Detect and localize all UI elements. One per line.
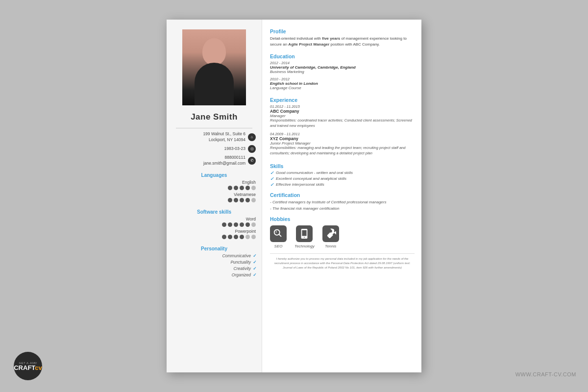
check-punctuality: ✓	[253, 260, 257, 265]
certification-title: Certification	[270, 192, 415, 198]
dot	[240, 198, 244, 202]
skill-check-3: ✓	[270, 182, 274, 187]
contact-address: 199 Walnut St., Suite 6 Lockport, NY 140…	[167, 130, 262, 144]
personality-creativity-label: Creativity	[234, 266, 251, 271]
skill-word-label: Word	[246, 217, 256, 221]
skill-text-2: Excellent conceptual and analytical skil…	[276, 176, 346, 181]
skill-word-dots	[222, 222, 256, 227]
edu-institution-1: University of Cambridge, Cambridge, Engl…	[270, 65, 415, 70]
check-communicative: ✓	[253, 253, 257, 258]
dot	[228, 222, 232, 227]
exp-block-1: 01.2012 - 11.2015 ABC Company Manager Re…	[270, 104, 415, 128]
left-column: Jane Smith 199 Walnut St., Suite 6 Lockp…	[167, 20, 262, 372]
dot	[222, 235, 226, 239]
lang-english: English	[167, 180, 262, 190]
phone-icon: ✆	[248, 157, 256, 165]
dot	[240, 235, 244, 239]
edu-institution-2: English school in London	[270, 81, 415, 86]
personality-punctuality-label: Punctuality	[230, 260, 251, 265]
contact-phone-email: 888000111 jane.smith@gmail.com ✆	[167, 154, 262, 168]
skill-check-2: ✓	[270, 176, 274, 181]
profile-photo	[182, 29, 246, 105]
dot	[245, 222, 250, 227]
personality-creativity: Creativity ✓	[167, 266, 262, 271]
dot-empty	[245, 235, 250, 239]
dot	[234, 198, 238, 202]
cv-document: Jane Smith 199 Walnut St., Suite 6 Lockp…	[167, 20, 421, 372]
dot	[228, 186, 232, 190]
skill-item-1: ✓ Good communication - written and oral …	[270, 171, 415, 175]
dot	[240, 222, 244, 227]
seo-icon: $	[270, 225, 287, 242]
skill-word: Word	[167, 217, 262, 227]
brand-craft-text: CRAFTcv	[14, 365, 42, 371]
skill-powerpoint-dots	[222, 235, 256, 239]
hobby-seo-label: SEO	[274, 244, 283, 248]
footer-text: I hereby authorize you to process my per…	[270, 253, 415, 270]
edu-block-2: 2010 - 2012 English school in London Lan…	[270, 77, 415, 90]
home-icon: ⌂	[248, 133, 256, 141]
contact-dob: 1983-03-23 ◎	[167, 144, 262, 154]
svg-text:$: $	[275, 231, 277, 234]
lang-english-dots	[228, 186, 256, 190]
skill-powerpoint-label: Powerpoint	[235, 229, 256, 234]
brand-url: WWW.CRAFT-CV.COM	[515, 371, 576, 377]
cert-item-2: - The financial risk manager certificati…	[270, 206, 415, 211]
dot	[234, 186, 238, 190]
edu-course-1: Business Marketing	[270, 70, 415, 74]
exp-company-2: XYZ Company	[270, 136, 415, 141]
lang-vietnamese: Vietnamese	[167, 192, 262, 202]
personality-title: Personality	[167, 246, 262, 251]
skill-text-3: Effective interpersonal skills	[276, 182, 324, 187]
exp-dates-1: 01.2012 - 11.2015	[270, 104, 415, 109]
dot	[228, 235, 232, 239]
cert-item-1: - Certified managers by Institute of Cer…	[270, 199, 415, 205]
dot-empty	[251, 198, 256, 202]
hobby-technology: Technology	[294, 225, 315, 248]
exp-block-2: 04.2009 - 11.2011 XYZ Company Junior Pro…	[270, 132, 415, 156]
personality-organized-label: Organized	[232, 272, 251, 277]
photo-area	[182, 29, 246, 105]
dot-empty	[251, 235, 256, 239]
hobby-tennis-label: Tennis	[325, 244, 336, 248]
edu-dates-1: 2012 - 2014	[270, 61, 415, 65]
exp-title-1: Manager	[270, 114, 415, 118]
tennis-icon	[322, 225, 339, 242]
skills-title: Skills	[270, 163, 415, 169]
lang-vietnamese-dots	[228, 198, 256, 202]
edu-block-1: 2012 - 2014 University of Cambridge, Cam…	[270, 61, 415, 74]
dot	[240, 186, 244, 190]
check-creativity: ✓	[253, 266, 257, 271]
dot-empty	[251, 222, 256, 227]
person-name: Jane Smith	[191, 112, 238, 122]
education-title: Education	[270, 53, 415, 59]
brand-cv-span: cv	[35, 364, 42, 371]
divider-1	[176, 128, 252, 128]
hobby-technology-label: Technology	[294, 244, 315, 248]
exp-company-1: ABC Company	[270, 109, 415, 114]
exp-desc-2: Responsibilities: managing and leading t…	[270, 146, 415, 156]
profile-title: Profile	[270, 28, 415, 34]
phone-email-text: 888000111 jane.smith@gmail.com	[203, 155, 245, 167]
brand-logo: GET A JOB! CRAFTcv	[14, 352, 42, 380]
exp-dates-2: 04.2009 - 11.2011	[270, 132, 415, 136]
skill-check-1: ✓	[270, 171, 274, 175]
languages-title: Languages	[167, 172, 262, 178]
birthday-icon: ◎	[248, 145, 256, 153]
lang-english-label: English	[242, 180, 256, 185]
technology-icon	[296, 225, 313, 242]
profile-text: Detail-oriented individual with five yea…	[270, 36, 415, 48]
personality-communicative-label: Communicative	[222, 253, 251, 258]
lang-vietnamese-label: Vietnamese	[234, 192, 256, 197]
dot	[228, 198, 232, 202]
dob-text: 1983-03-23	[224, 146, 245, 152]
hobbies-row: $ SEO Technology Tenni	[270, 225, 415, 248]
personality-punctuality: Punctuality ✓	[167, 260, 262, 265]
personality-organized: Organized ✓	[167, 272, 262, 277]
skill-item-2: ✓ Excellent conceptual and analytical sk…	[270, 176, 415, 181]
personality-communicative: Communicative ✓	[167, 253, 262, 258]
hobby-tennis: Tennis	[322, 225, 339, 248]
dot	[222, 222, 226, 227]
skill-text-1: Good communication - written and oral sk…	[276, 171, 353, 175]
address-text: 199 Walnut St., Suite 6 Lockport, NY 140…	[203, 131, 245, 143]
